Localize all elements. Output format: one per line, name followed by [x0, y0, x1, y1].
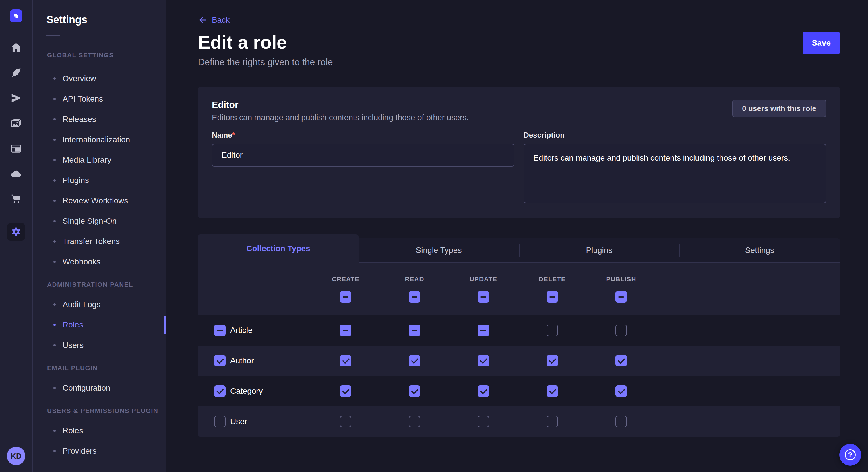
row-checkbox-user[interactable] — [214, 416, 226, 427]
sidebar-item-internationalization[interactable]: Internationalization — [33, 129, 166, 150]
sidebar-item-audit-logs[interactable]: Audit Logs — [33, 294, 166, 314]
tab-settings[interactable]: Settings — [679, 238, 840, 263]
master-checkbox-update[interactable] — [477, 291, 489, 303]
strapi-logo — [10, 9, 22, 22]
checkbox-category-create[interactable] — [340, 385, 351, 397]
sidebar-item-label: Roles — [63, 426, 83, 435]
section-global-settings: Overview API Tokens Releases Internation… — [33, 68, 166, 272]
bullet-icon — [53, 77, 56, 80]
checkbox-user-read[interactable] — [409, 416, 420, 427]
checkbox-article-create[interactable] — [340, 325, 351, 336]
checkbox-user-delete[interactable] — [547, 416, 558, 427]
section-users-permissions-plugin: Roles Providers — [33, 420, 166, 461]
paper-plane-icon[interactable] — [9, 91, 23, 105]
row-checkbox-author[interactable] — [214, 355, 226, 367]
sidebar-item-label: Providers — [63, 446, 96, 456]
main-content: Back Edit a role Define the rights given… — [166, 0, 868, 472]
tab-plugins[interactable]: Plugins — [519, 238, 679, 263]
master-checkbox-read[interactable] — [409, 291, 420, 303]
checkbox-author-create[interactable] — [340, 355, 351, 367]
gear-icon[interactable] — [7, 223, 25, 241]
sidebar-item-configuration[interactable]: Configuration — [33, 378, 166, 398]
checkbox-author-delete[interactable] — [547, 355, 558, 367]
section-label-global-settings: GLOBAL SETTINGS — [47, 52, 166, 59]
sidebar-item-releases[interactable]: Releases — [33, 109, 166, 129]
checkbox-article-update[interactable] — [477, 325, 489, 336]
sidebar-item-providers[interactable]: Providers — [33, 441, 166, 461]
sidebar-item-media-library[interactable]: Media Library — [33, 150, 166, 170]
bullet-icon — [53, 450, 56, 452]
save-button[interactable]: Save — [803, 32, 840, 55]
checkbox-user-update[interactable] — [477, 416, 489, 427]
row-checkbox-article[interactable] — [214, 325, 226, 336]
checkbox-category-delete[interactable] — [547, 385, 558, 397]
column-header-update: UPDATE — [449, 276, 518, 283]
sidebar-item-plugins[interactable]: Plugins — [33, 170, 166, 191]
cloud-icon[interactable] — [9, 167, 23, 181]
sidebar-item-label: Single Sign-On — [63, 216, 117, 226]
sidebar-item-up-roles[interactable]: Roles — [33, 420, 166, 441]
help-button[interactable]: ? — [839, 444, 861, 466]
row-checkbox-category[interactable] — [214, 385, 226, 397]
master-checkbox-delete[interactable] — [547, 291, 558, 303]
bullet-icon — [53, 303, 56, 306]
role-card-head-text: Editor Editors can manage and publish co… — [212, 100, 469, 122]
sidebar-item-label: Review Workflows — [63, 196, 128, 205]
checkbox-author-update[interactable] — [477, 355, 489, 367]
bullet-icon — [53, 138, 56, 141]
sidebar-item-label: Audit Logs — [63, 300, 100, 309]
layout-icon[interactable] — [9, 142, 23, 156]
bullet-icon — [53, 98, 56, 100]
permission-row-category: Category — [198, 376, 840, 406]
sidebar-item-api-tokens[interactable]: API Tokens — [33, 89, 166, 109]
tab-collection-types[interactable]: Collection Types — [198, 234, 359, 263]
row-label: Article — [230, 326, 253, 335]
media-library-icon[interactable] — [9, 116, 23, 130]
sidebar-item-transfer-tokens[interactable]: Transfer Tokens — [33, 231, 166, 251]
checkbox-category-publish[interactable] — [615, 385, 627, 397]
sidebar-item-webhooks[interactable]: Webhooks — [33, 251, 166, 272]
strapi-logo-button[interactable] — [0, 0, 32, 32]
section-email-plugin: Configuration — [33, 378, 166, 398]
checkbox-user-publish[interactable] — [615, 416, 627, 427]
description-textarea[interactable]: Editors can manage and publish contents … — [524, 144, 826, 203]
checkbox-user-create[interactable] — [340, 416, 351, 427]
bullet-icon — [53, 387, 56, 389]
sidebar-item-single-sign-on[interactable]: Single Sign-On — [33, 211, 166, 231]
permissions-master-row — [198, 291, 840, 315]
sidebar-item-label: API Tokens — [63, 94, 103, 103]
sidebar-scrollbar-thumb[interactable] — [164, 316, 166, 334]
name-input[interactable] — [212, 144, 515, 167]
master-checkbox-create[interactable] — [340, 291, 351, 303]
checkbox-article-delete[interactable] — [547, 325, 558, 336]
row-label: Category — [230, 386, 263, 396]
back-arrow-icon — [198, 15, 207, 25]
checkbox-author-read[interactable] — [409, 355, 420, 367]
checkbox-author-publish[interactable] — [615, 355, 627, 367]
home-icon[interactable] — [9, 41, 23, 55]
feather-icon[interactable] — [9, 66, 23, 80]
permissions-column-headers: CREATE READ UPDATE DELETE PUBLISH — [198, 263, 840, 283]
cart-icon[interactable] — [9, 192, 23, 206]
sidebar-item-users[interactable]: Users — [33, 335, 166, 355]
column-header-create: CREATE — [311, 276, 380, 283]
checkbox-category-read[interactable] — [409, 385, 420, 397]
sidebar-item-review-workflows[interactable]: Review Workflows — [33, 191, 166, 211]
sidebar-item-roles[interactable]: Roles — [33, 314, 166, 335]
role-title: Editor — [212, 100, 469, 110]
checkbox-category-update[interactable] — [477, 385, 489, 397]
checkbox-article-publish[interactable] — [615, 325, 627, 336]
rail-nav — [7, 41, 25, 241]
users-with-role-button[interactable]: 0 users with this role — [732, 100, 826, 117]
permissions-panel: Collection Types Single Types Plugins Se… — [198, 234, 840, 437]
settings-sidebar: Settings GLOBAL SETTINGS Overview API To… — [33, 0, 166, 472]
sidebar-item-overview[interactable]: Overview — [33, 68, 166, 89]
avatar[interactable]: KD — [7, 447, 25, 465]
checkbox-article-read[interactable] — [409, 325, 420, 336]
master-checkbox-publish[interactable] — [615, 291, 627, 303]
tab-single-types[interactable]: Single Types — [359, 238, 519, 263]
sidebar-item-label: Internationalization — [63, 135, 130, 144]
section-label-users-permissions-plugin: USERS & PERMISSIONS PLUGIN — [47, 407, 166, 415]
bullet-icon — [53, 344, 56, 346]
back-link[interactable]: Back — [198, 15, 229, 25]
